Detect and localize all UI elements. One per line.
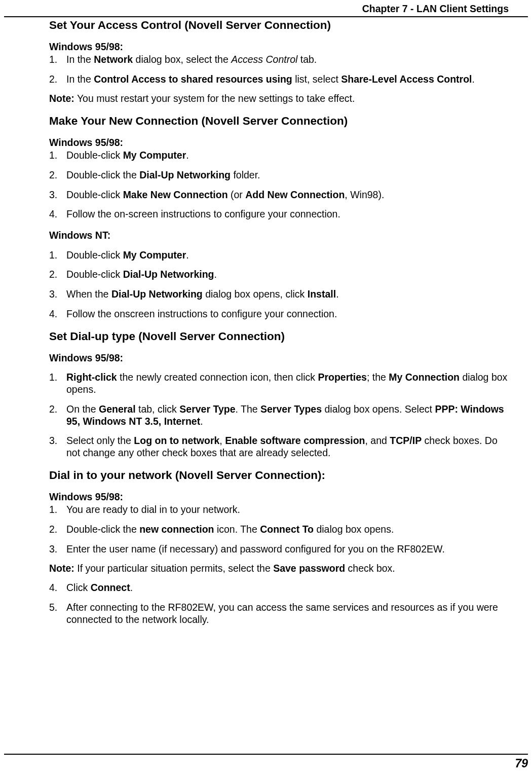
list-item: Enter the user name (if necessary) and p…: [49, 543, 509, 556]
list-item: Follow the onscreen instructions to conf…: [49, 308, 509, 320]
subheading-win9598-3: Windows 95/98:: [49, 352, 509, 364]
content: Set Your Access Control (Novell Server C…: [49, 18, 509, 626]
list-s2a: Double-click My Computer. Double-click t…: [49, 150, 509, 220]
note-s1: Note: You must restart your system for t…: [49, 93, 509, 105]
list-item: You are ready to dial in to your network…: [49, 504, 509, 516]
list-item: On the General tab, click Server Type. T…: [49, 403, 509, 428]
list-item: Double-click My Computer.: [49, 150, 509, 162]
list-s4b: Click Connect. After connecting to the R…: [49, 582, 509, 625]
page-number: 79: [515, 757, 528, 771]
list-s2b: Double-click My Computer. Double-click D…: [49, 249, 509, 320]
list-item: Right-click the newly created connection…: [49, 372, 509, 396]
rule-top: [4, 16, 528, 17]
list-item: Double-click Make New Connection (or Add…: [49, 189, 509, 201]
subheading-win9598-2: Windows 95/98:: [49, 137, 509, 149]
note-s4: Note: If your particular situation permi…: [49, 563, 509, 575]
subheading-win9598-1: Windows 95/98:: [49, 41, 509, 53]
list-s4a: You are ready to dial in to your network…: [49, 504, 509, 555]
list-s1: In the Network dialog box, select the Ac…: [49, 54, 509, 86]
list-item: In the Network dialog box, select the Ac…: [49, 54, 509, 66]
rule-bottom: [4, 754, 528, 755]
heading-dialup-type: Set Dial-up type (Novell Server Connecti…: [49, 329, 509, 343]
chapter-title: Chapter 7 - LAN Client Settings: [362, 3, 509, 15]
list-item: Follow the on-screen instructions to con…: [49, 208, 509, 220]
list-item: When the Dial-Up Networking dialog box o…: [49, 288, 509, 301]
list-item: Double-click the new connection icon. Th…: [49, 524, 509, 536]
list-item: After connecting to the RF802EW, you can…: [49, 602, 509, 626]
list-s3: Right-click the newly created connection…: [49, 372, 509, 459]
list-item: Double-click My Computer.: [49, 249, 509, 262]
list-item: Double-click the Dial-Up Networking fold…: [49, 169, 509, 181]
heading-access-control: Set Your Access Control (Novell Server C…: [49, 18, 509, 32]
heading-make-connection: Make Your New Connection (Novell Server …: [49, 114, 509, 128]
list-item: Click Connect.: [49, 582, 509, 594]
list-item: Select only the Log on to network, Enabl…: [49, 435, 509, 459]
subheading-win9598-4: Windows 95/98:: [49, 491, 509, 503]
list-item: In the Control Access to shared resource…: [49, 73, 509, 86]
heading-dial-in: Dial in to your network (Novell Server C…: [49, 468, 509, 482]
page: Chapter 7 - LAN Client Settings Set Your…: [0, 0, 532, 776]
subheading-winnt: Windows NT:: [49, 230, 509, 241]
list-item: Double-click Dial-Up Networking.: [49, 269, 509, 281]
